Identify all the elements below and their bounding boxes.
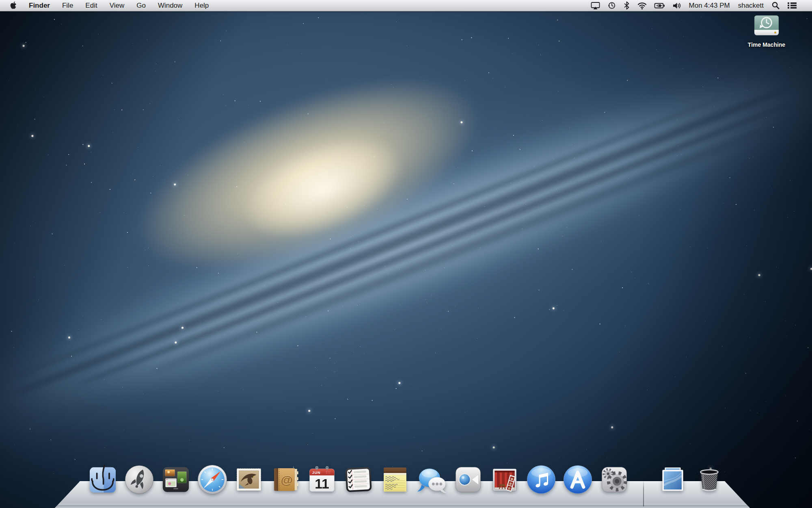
- wallpaper: [0, 0, 812, 508]
- notes-icon: [380, 464, 410, 495]
- dock-item-contacts[interactable]: @ @ @ @: [270, 464, 301, 495]
- dock-item-reminders[interactable]: [343, 464, 374, 495]
- contacts-icon: @ @: [270, 464, 301, 495]
- dock: @ @ @ @: [0, 455, 812, 508]
- svg-text:JUN: JUN: [312, 471, 321, 475]
- menu-finder[interactable]: Finder: [23, 0, 56, 11]
- desktop-icon-time-machine[interactable]: Time Machine: [741, 15, 793, 48]
- svg-text:11: 11: [315, 476, 329, 491]
- desktop-screen: Finder File Edit View Go Window Help: [0, 0, 812, 508]
- spotlight-search-icon: [771, 1, 780, 10]
- spotlight-button[interactable]: [768, 0, 784, 11]
- dock-item-app-store[interactable]: [562, 464, 593, 495]
- dock-item-notes[interactable]: [380, 464, 410, 495]
- menu-go[interactable]: Go: [130, 0, 152, 11]
- notification-center-button[interactable]: [784, 0, 801, 11]
- photo-booth-icon: [489, 464, 520, 495]
- volume-icon: [672, 2, 681, 10]
- menu-edit[interactable]: Edit: [79, 0, 103, 11]
- battery-charging-icon: [654, 2, 665, 10]
- airplay-menu-extra[interactable]: [587, 0, 604, 11]
- app-store-icon: [562, 464, 593, 495]
- finder-icon: [87, 464, 118, 495]
- dock-item-photo-booth[interactable]: [489, 464, 520, 495]
- dock-item-finder[interactable]: [87, 464, 118, 495]
- launchpad-icon: [124, 464, 155, 495]
- calendar-icon: JUN 11: [307, 464, 337, 495]
- apple-menu[interactable]: [0, 0, 23, 11]
- dock-divider[interactable]: [643, 481, 644, 506]
- facetime-icon: [453, 464, 484, 495]
- svg-text:@: @: [281, 473, 293, 486]
- battery-menu-extra[interactable]: [650, 0, 669, 11]
- dock-item-documents-stack[interactable]: [657, 464, 688, 495]
- time-machine-menu-icon: [607, 1, 616, 10]
- dock-item-trash[interactable]: [694, 464, 725, 495]
- documents-stack-icon: [657, 464, 688, 495]
- wifi-menu-extra[interactable]: [634, 0, 650, 11]
- menu-bar-username[interactable]: shackett: [734, 2, 768, 10]
- safari-icon: [197, 464, 228, 495]
- dock-item-mission-control[interactable]: [160, 464, 191, 495]
- dock-item-itunes[interactable]: [526, 464, 557, 495]
- menu-help[interactable]: Help: [188, 0, 215, 11]
- dock-item-mail[interactable]: [233, 464, 264, 495]
- menu-bar-clock[interactable]: Mon 4:43 PM: [685, 2, 734, 10]
- wifi-icon: [637, 2, 647, 10]
- dock-item-safari[interactable]: [197, 464, 228, 495]
- dock-item-calendar[interactable]: JUN 11 JUN: [307, 464, 337, 495]
- dock-item-facetime[interactable]: [453, 464, 484, 495]
- menu-view[interactable]: View: [104, 0, 131, 11]
- bluetooth-icon: [623, 1, 630, 10]
- dock-item-system-preferences[interactable]: [599, 464, 630, 495]
- dock-item-messages[interactable]: [416, 464, 447, 495]
- mail-icon: [233, 464, 264, 495]
- trash-empty-icon: [694, 464, 725, 495]
- itunes-icon: [526, 464, 557, 495]
- time-machine-drive-icon: [753, 15, 780, 39]
- menu-file[interactable]: File: [56, 0, 79, 11]
- dock-item-launchpad[interactable]: [124, 464, 155, 495]
- bluetooth-menu-extra[interactable]: [620, 0, 634, 11]
- menu-window[interactable]: Window: [152, 0, 188, 11]
- system-preferences-icon: [599, 464, 630, 495]
- wallpaper-vignette: [0, 0, 812, 508]
- apple-logo-icon: [10, 1, 17, 10]
- menu-bar: Finder File Edit View Go Window Help: [0, 0, 812, 11]
- notification-center-icon: [787, 2, 797, 9]
- reminders-icon: [343, 464, 374, 495]
- time-machine-menu-extra[interactable]: [604, 0, 620, 11]
- airplay-icon: [591, 1, 600, 10]
- mission-control-icon: [160, 464, 191, 495]
- messages-icon: [416, 464, 447, 495]
- volume-menu-extra[interactable]: [669, 0, 685, 11]
- desktop-icon-label: Time Machine: [748, 41, 785, 48]
